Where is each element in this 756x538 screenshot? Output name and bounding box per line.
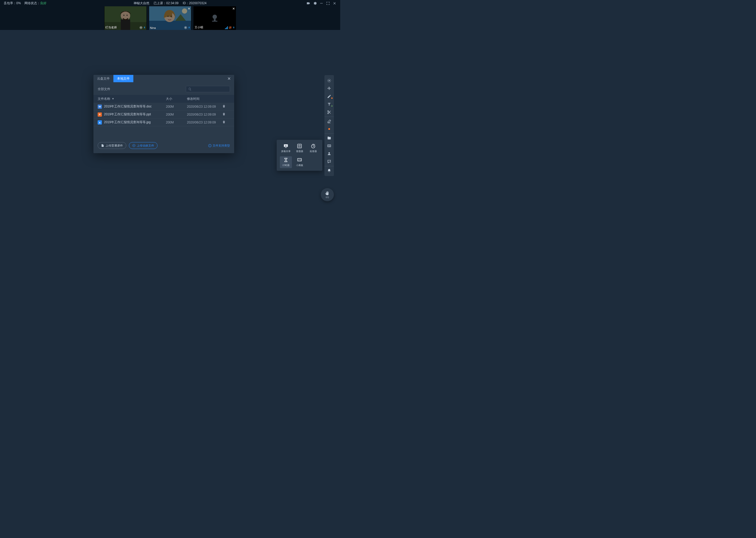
net-label: 网络状态： — [24, 1, 40, 5]
play-icon — [132, 144, 135, 147]
sort-icon: ▼ — [112, 97, 114, 100]
tools-flyout: 屏幕共享 ABC✕ 答题器 抢答器 计时器 2+3 小黑板 — [277, 140, 322, 171]
tool-color[interactable] — [324, 125, 334, 133]
svg-point-8 — [140, 27, 141, 28]
minimize-icon[interactable] — [319, 1, 323, 5]
tool-apps[interactable] — [324, 142, 334, 150]
net-value: 良好 — [40, 1, 46, 5]
svg-text:A: A — [298, 144, 299, 146]
svg-point-49 — [328, 128, 330, 130]
close-icon[interactable] — [333, 1, 337, 5]
camera-icon[interactable] — [306, 1, 310, 5]
tool-user[interactable] — [324, 150, 334, 158]
room-title: 神秘大自然 — [134, 1, 149, 6]
table-row[interactable]: ▲ 2019年工作汇报情况查询等等.jpg 200M 2020/06/23 12… — [93, 119, 234, 126]
svg-point-57 — [328, 161, 329, 161]
hand-icon — [325, 191, 330, 196]
elapsed-value: 02:34:09 — [166, 1, 178, 5]
id-label: ID： — [183, 1, 189, 5]
file-type-icon: W — [98, 105, 102, 109]
video-tile[interactable]: ✕ Nina — [149, 6, 191, 30]
camera-off-icon — [210, 13, 220, 24]
tool-eraser[interactable] — [324, 117, 334, 125]
camera-indicator-icon — [184, 26, 187, 29]
tile-close-icon[interactable]: ✕ — [232, 7, 235, 11]
delete-button[interactable] — [222, 104, 230, 109]
breadcrumb[interactable]: 全部文件 — [98, 87, 110, 91]
table-row[interactable]: W 2019年工作汇报情况查询等等.doc 200M 2020/06/23 12… — [93, 103, 234, 111]
file-size: 200M — [166, 113, 187, 116]
tab-local-files[interactable]: 本地文件 — [114, 75, 133, 82]
file-time: 2020/06/23 12:09:09 — [187, 105, 222, 108]
svg-text:2+3: 2+3 — [298, 159, 301, 161]
svg-point-17 — [213, 15, 217, 19]
tile-close-icon[interactable]: ✕ — [188, 7, 190, 11]
file-name: 2019年工作汇报情况查询等等.doc — [104, 104, 166, 109]
video-tile[interactable]: 叮当老师 — [104, 6, 147, 30]
svg-rect-18 — [214, 19, 216, 21]
raise-hand-button[interactable]: 0/2 — [321, 188, 334, 201]
table-header: 文件名称▼ 大小 修改时间 — [93, 95, 234, 103]
svg-point-6 — [126, 15, 127, 16]
participant-name: 叮当老师 — [105, 26, 117, 29]
svg-rect-19 — [212, 21, 217, 22]
col-time[interactable]: 修改时间 — [187, 97, 222, 101]
gear-icon[interactable] — [313, 1, 317, 5]
search-input[interactable] — [186, 86, 230, 92]
hand-count: 0/2 — [326, 196, 329, 198]
elapsed-label: 已上课： — [154, 1, 166, 5]
upload-normal-button[interactable]: 上传普通课件 — [98, 142, 126, 149]
tool-scissors[interactable] — [324, 108, 334, 116]
tool-buzzer[interactable]: 抢答器 — [307, 142, 319, 154]
tool-blackboard[interactable]: 2+3 小黑板 — [294, 156, 306, 168]
video-strip: 叮当老师 ✕ Nina ✕ 王小明 — [0, 6, 340, 30]
modal-close-icon[interactable]: ✕ — [227, 76, 232, 81]
tool-pen[interactable] — [324, 92, 334, 100]
mic-icon — [188, 26, 190, 29]
file-type-icon: ▲ — [98, 120, 102, 125]
svg-point-46 — [328, 111, 329, 112]
tool-screen-share[interactable]: 屏幕共享 — [280, 142, 292, 154]
svg-rect-4 — [121, 20, 130, 30]
file-size: 200M — [166, 121, 187, 124]
tool-chat[interactable] — [324, 158, 334, 166]
svg-point-5 — [123, 15, 124, 16]
svg-text:B: B — [300, 144, 301, 146]
delete-button[interactable] — [222, 120, 230, 125]
col-size[interactable]: 大小 — [166, 97, 187, 101]
file-name: 2019年工作汇报情况查询等等.jpg — [104, 120, 166, 125]
file-modal: 云盘文件 本地文件 ✕ 全部文件 文件名称▼ 大小 修改时间 W 2019年工作… — [93, 75, 234, 153]
tool-quiz[interactable]: ABC✕ 答题器 — [294, 142, 306, 154]
tool-text[interactable] — [324, 100, 334, 108]
supported-types-link[interactable]: 文件支持类型 — [208, 144, 230, 148]
tool-move[interactable] — [324, 84, 334, 92]
file-time: 2020/06/23 12:09:09 — [187, 121, 222, 124]
svg-rect-55 — [329, 146, 330, 146]
file-icon — [101, 144, 104, 147]
delete-button[interactable] — [222, 112, 230, 117]
col-filename[interactable]: 文件名称▼ — [98, 97, 166, 101]
svg-line-22 — [229, 27, 231, 28]
svg-point-45 — [329, 80, 330, 81]
tab-cloud-files[interactable]: 云盘文件 — [93, 75, 114, 82]
svg-point-11 — [182, 8, 187, 14]
tool-bell[interactable] — [324, 166, 334, 175]
tool-folder[interactable] — [324, 134, 334, 142]
svg-text:✕: ✕ — [300, 146, 301, 148]
info-icon — [208, 144, 212, 147]
fullscreen-icon[interactable] — [326, 1, 330, 5]
video-tile[interactable]: ✕ 王小明 — [193, 6, 236, 30]
tool-timer[interactable]: 计时器 — [280, 156, 292, 168]
svg-rect-0 — [320, 3, 323, 3]
svg-point-59 — [329, 161, 330, 161]
svg-point-47 — [328, 113, 329, 114]
loss-label: 丢包率： — [4, 1, 16, 5]
tool-laser[interactable] — [324, 77, 334, 84]
svg-rect-54 — [328, 146, 329, 146]
table-row[interactable]: P 2019年工作汇报情况查询等等.ppt 200M 2020/06/23 12… — [93, 111, 234, 119]
svg-text:C: C — [298, 146, 299, 148]
svg-point-16 — [185, 27, 186, 28]
svg-rect-39 — [313, 144, 313, 144]
table-body: W 2019年工作汇报情况查询等等.doc 200M 2020/06/23 12… — [93, 103, 234, 126]
upload-anim-button[interactable]: 上传动效文件 — [129, 142, 158, 149]
